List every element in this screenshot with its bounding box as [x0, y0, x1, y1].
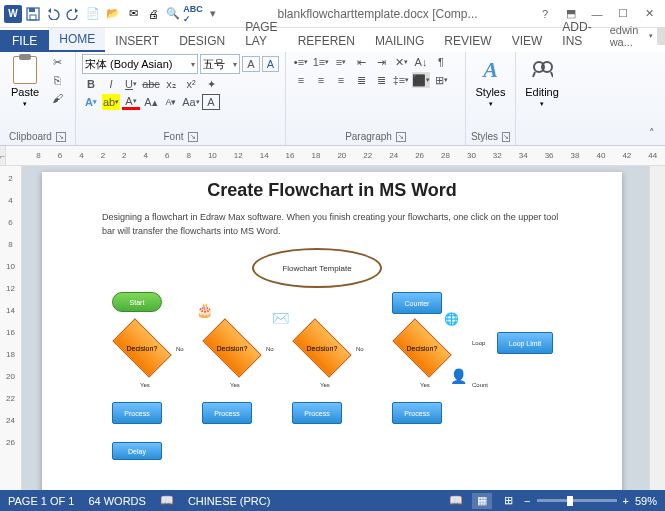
paragraph-dialog-launcher[interactable]: ↘ — [396, 132, 406, 142]
italic-button[interactable]: I — [102, 76, 120, 92]
text-effects-icon[interactable]: A▾ — [82, 94, 100, 110]
character-border-icon[interactable]: A — [202, 94, 220, 110]
tab-design[interactable]: DESIGN — [169, 30, 235, 52]
fc-decision-3: Decision? — [292, 318, 351, 377]
copy-icon[interactable]: ⎘ — [48, 72, 66, 88]
styles-button[interactable]: A Styles▾ — [472, 54, 509, 110]
enclose-characters-icon[interactable]: A — [262, 56, 279, 72]
borders-icon[interactable]: ⊞▾ — [432, 72, 450, 88]
zoom-out-icon[interactable]: − — [524, 495, 530, 507]
font-dialog-launcher[interactable]: ↘ — [188, 132, 198, 142]
user-avatar-icon — [657, 27, 665, 45]
fc-person-icon: 👤 — [450, 368, 467, 384]
flowchart-diagram: Flowchart Template Start Decision? Decis… — [102, 252, 562, 462]
format-painter-icon[interactable]: 🖌 — [48, 90, 66, 106]
word-app-icon[interactable]: W — [4, 5, 22, 23]
quick-print-icon[interactable]: 🔍 — [164, 5, 182, 23]
zoom-level[interactable]: 59% — [635, 495, 657, 507]
open-icon[interactable]: 📂 — [104, 5, 122, 23]
vertical-ruler[interactable]: 2468101214161820222426 — [0, 166, 22, 490]
clear-formatting-icon[interactable]: A — [242, 56, 259, 72]
collapse-ribbon-icon[interactable]: ˄ — [643, 125, 661, 141]
numbering-icon[interactable]: 1≡▾ — [312, 54, 330, 70]
bullets-icon[interactable]: •≡▾ — [292, 54, 310, 70]
fc-yes-1: Yes — [140, 382, 150, 388]
tab-page-layout[interactable]: PAGE LAY — [235, 16, 287, 52]
highlight-icon[interactable]: ab▾ — [102, 94, 120, 110]
horizontal-ruler[interactable]: 8642246810121416182022242628303234363840… — [6, 146, 665, 165]
print-preview-icon[interactable]: 🖨 — [144, 5, 162, 23]
document-page[interactable]: Create Flowchart in MS Word Designing a … — [42, 172, 622, 490]
zoom-in-icon[interactable]: + — [623, 495, 629, 507]
undo-icon[interactable] — [44, 5, 62, 23]
increase-indent-icon[interactable]: ⇥ — [372, 54, 390, 70]
redo-icon[interactable] — [64, 5, 82, 23]
vertical-scrollbar[interactable] — [649, 166, 665, 490]
tab-references[interactable]: REFEREN — [288, 30, 365, 52]
distributed-icon[interactable]: ≣ — [372, 72, 390, 88]
multilevel-list-icon[interactable]: ≡▾ — [332, 54, 350, 70]
print-layout-icon[interactable]: ▦ — [472, 493, 492, 509]
show-hide-icon[interactable]: ¶ — [432, 54, 450, 70]
grow-font-icon[interactable]: A▴ — [142, 94, 160, 110]
web-layout-icon[interactable]: ⊞ — [498, 493, 518, 509]
status-language[interactable]: CHINESE (PRC) — [188, 495, 271, 507]
email-icon[interactable]: ✉ — [124, 5, 142, 23]
font-name-combo[interactable]: 宋体 (Body Asian)▾ — [82, 54, 198, 74]
tab-home[interactable]: HOME — [49, 28, 105, 52]
user-account[interactable]: edwin wa... ▾ — [602, 20, 665, 52]
zoom-slider[interactable] — [537, 499, 617, 502]
tab-addins[interactable]: ADD-INS — [552, 16, 601, 52]
paste-button[interactable]: Paste ▾ — [6, 54, 44, 110]
tab-view[interactable]: VIEW — [502, 30, 553, 52]
paste-label: Paste — [11, 86, 39, 98]
document-body-text: Designing a flowchart in Edraw Max softw… — [102, 211, 562, 238]
sort-icon[interactable]: A↓ — [412, 54, 430, 70]
fc-no-3: No — [356, 346, 364, 352]
change-case-icon[interactable]: Aa▾ — [182, 94, 200, 110]
fc-yes-3: Yes — [320, 382, 330, 388]
align-right-icon[interactable]: ≡ — [332, 72, 350, 88]
fc-process-2: Process — [202, 402, 252, 424]
status-proofing-icon[interactable]: 📖 — [160, 494, 174, 507]
font-color-icon[interactable]: A▾ — [122, 94, 140, 110]
tab-insert[interactable]: INSERT — [105, 30, 169, 52]
align-center-icon[interactable]: ≡ — [312, 72, 330, 88]
new-icon[interactable]: 📄 — [84, 5, 102, 23]
asian-layout-icon[interactable]: ✕▾ — [392, 54, 410, 70]
status-words[interactable]: 64 WORDS — [88, 495, 145, 507]
cut-icon[interactable]: ✂ — [48, 54, 66, 70]
spelling-icon[interactable]: ABC✓ — [184, 5, 202, 23]
svg-line-5 — [533, 72, 535, 77]
fc-process-3: Process — [292, 402, 342, 424]
bold-button[interactable]: B — [82, 76, 100, 92]
superscript-button[interactable]: x² — [182, 76, 200, 92]
fc-decision-2: Decision? — [202, 318, 261, 377]
styles-group-label: Styles — [471, 131, 498, 142]
tab-mailing[interactable]: MAILING — [365, 30, 434, 52]
shrink-font-icon[interactable]: A▾ — [162, 94, 180, 110]
clipboard-dialog-launcher[interactable]: ↘ — [56, 132, 66, 142]
underline-button[interactable]: U▾ — [122, 76, 140, 92]
styles-dialog-launcher[interactable]: ↘ — [502, 132, 510, 142]
align-left-icon[interactable]: ≡ — [292, 72, 310, 88]
fc-counter: Counter — [392, 292, 442, 314]
subscript-button[interactable]: x₂ — [162, 76, 180, 92]
save-icon[interactable] — [24, 5, 42, 23]
tab-review[interactable]: REVIEW — [434, 30, 501, 52]
decrease-indent-icon[interactable]: ⇤ — [352, 54, 370, 70]
line-spacing-icon[interactable]: ‡≡▾ — [392, 72, 410, 88]
tab-file[interactable]: FILE — [0, 30, 49, 52]
document-title: Create Flowchart in MS Word — [102, 180, 562, 201]
phonetic-guide-icon[interactable]: ✦ — [202, 76, 220, 92]
shading-icon[interactable]: ⬛▾ — [412, 72, 430, 88]
editing-button[interactable]: Editing▾ — [523, 54, 561, 110]
read-mode-icon[interactable]: 📖 — [446, 493, 466, 509]
fc-globe-icon: 🌐 — [444, 312, 459, 326]
font-size-combo[interactable]: 五号▾ — [200, 54, 241, 74]
fc-process-1: Process — [112, 402, 162, 424]
strikethrough-button[interactable]: abc — [142, 76, 160, 92]
qat-customize-icon[interactable]: ▾ — [204, 5, 222, 23]
justify-icon[interactable]: ≣ — [352, 72, 370, 88]
status-page[interactable]: PAGE 1 OF 1 — [8, 495, 74, 507]
